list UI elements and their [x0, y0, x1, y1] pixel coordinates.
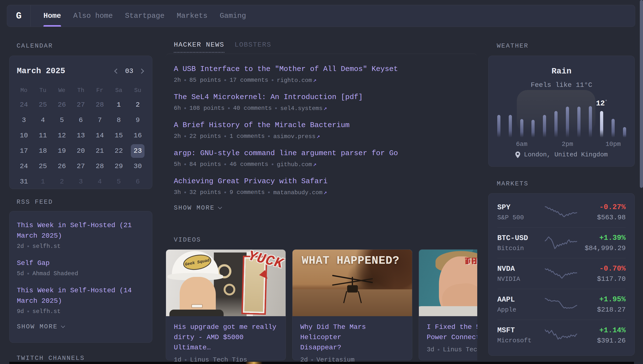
scrollbar-thumb[interactable] — [640, 0, 643, 188]
calendar-day[interactable]: 13 — [74, 129, 88, 142]
nav-tab-also-home[interactable]: Also home — [73, 5, 113, 26]
news-item-domain[interactable]: github.com↗ — [277, 161, 316, 168]
market-row-spy[interactable]: SPYS&P 500-0.27%$563.98 — [497, 197, 626, 228]
news-item-title[interactable]: Achieving Great Privacy with Safari — [174, 176, 472, 186]
calendar-day[interactable]: 22 — [112, 144, 126, 158]
calendar-day[interactable]: 6 — [74, 114, 88, 127]
market-row-btc-usd[interactable]: BTC-USDBitcoin+1.39%$84,999.29 — [497, 228, 626, 258]
calendar-day[interactable]: 16 — [131, 129, 145, 142]
news-item-title[interactable]: A USB Interface to the "Mother of All De… — [174, 64, 472, 74]
calendar-day[interactable]: 15 — [112, 129, 126, 142]
news-item[interactable]: The SeL4 Microkernel: An Introduction [p… — [174, 92, 472, 112]
news-item-meta: 2h22 points1 commentsasimov.press↗ — [174, 133, 472, 140]
calendar-day[interactable]: 6 — [131, 175, 145, 188]
news-item-points: 84 points — [189, 161, 221, 168]
calendar-day[interactable]: 12 — [55, 129, 69, 142]
news-item[interactable]: A Brief History of the Miracle Bacterium… — [174, 120, 472, 140]
calendar-day[interactable]: 27 — [74, 98, 88, 112]
calendar-day[interactable]: 18 — [36, 144, 50, 158]
rss-item-age: 2d — [17, 243, 24, 250]
nav-tab-markets[interactable]: Markets — [177, 5, 208, 26]
video-card[interactable]: WHAT HAPPENED?Why Did The Mars Helicopte… — [292, 249, 412, 360]
app-logo[interactable]: G — [7, 5, 31, 26]
separator-dot-icon — [268, 136, 270, 137]
calendar-day[interactable]: 11 — [36, 129, 50, 142]
calendar-day[interactable]: 25 — [36, 160, 50, 173]
news-tab-hacker-news[interactable]: HACKER NEWS — [174, 41, 224, 53]
video-title[interactable]: I Fixed the 5Power Connect — [427, 322, 477, 342]
market-row-nvda[interactable]: NVDANVIDIA-0.70%$117.70 — [497, 258, 626, 289]
news-item-domain[interactable]: matanabudy.com↗ — [273, 189, 327, 196]
separator-dot-icon — [184, 192, 186, 193]
calendar-day[interactable]: 26 — [55, 160, 69, 173]
calendar-day-selected[interactable]: 23 — [131, 144, 145, 158]
video-card[interactable]: Geek SquadYUCKHis upgrade got me reallyd… — [166, 249, 286, 360]
nav-tab-startpage[interactable]: Startpage — [125, 5, 165, 26]
calendar-day[interactable]: 5 — [55, 114, 69, 127]
calendar-day[interactable]: 27 — [74, 160, 88, 173]
news-item-title[interactable]: argp: GNU-style command line argument pa… — [174, 148, 472, 158]
calendar-day[interactable]: 28 — [93, 98, 107, 112]
video-title[interactable]: His upgrade got me reallydirty - AMD $50… — [174, 322, 278, 353]
news-item-comments: 46 comments — [230, 161, 268, 168]
calendar-day[interactable]: 4 — [36, 114, 50, 127]
calendar-day[interactable]: 20 — [74, 144, 88, 158]
calendar-day[interactable]: 7 — [93, 114, 107, 127]
calendar-day[interactable]: 29 — [112, 160, 126, 173]
calendar-day[interactable]: 10 — [17, 129, 31, 142]
news-item[interactable]: argp: GNU-style command line argument pa… — [174, 148, 472, 168]
news-item-domain[interactable]: asimov.press↗ — [273, 133, 320, 140]
calendar-day[interactable]: 28 — [93, 160, 107, 173]
calendar-day[interactable]: 17 — [17, 144, 31, 158]
rss-item-title[interactable]: This Week in Self-Hosted (14 March 2025) — [17, 285, 145, 306]
rss-item[interactable]: This Week in Self-Hosted (14 March 2025)… — [17, 285, 145, 315]
calendar-controls: 03 — [115, 67, 143, 75]
market-price: $391.26 — [577, 337, 626, 344]
rss-show-more-button[interactable]: SHOW MORE — [17, 323, 65, 330]
nav-tab-gaming[interactable]: Gaming — [220, 5, 246, 26]
calendar-day[interactable]: 8 — [112, 114, 126, 127]
calendar-day[interactable]: 30 — [131, 160, 145, 173]
calendar-day[interactable]: 14 — [93, 129, 107, 142]
calendar-day[interactable]: 1 — [112, 98, 126, 112]
news-item[interactable]: A USB Interface to the "Mother of All De… — [174, 64, 472, 84]
news-tabs: HACKER NEWSLOBSTERS — [174, 41, 271, 53]
news-tab-lobsters[interactable]: LOBSTERS — [235, 41, 271, 53]
calendar-day[interactable]: 9 — [131, 114, 145, 127]
news-item-title[interactable]: A Brief History of the Miracle Bacterium — [174, 120, 472, 130]
news-item-domain[interactable]: sel4.systems↗ — [280, 105, 327, 112]
calendar-day[interactable]: 2 — [55, 175, 69, 188]
calendar-day[interactable]: 31 — [17, 175, 31, 188]
market-symbol-block: AAPLApple — [497, 296, 545, 314]
chevron-right-icon[interactable] — [139, 68, 144, 74]
video-title[interactable]: Why Did The Mars HelicopterDisappear? — [300, 322, 404, 353]
separator-dot-icon — [185, 359, 187, 361]
news-item-domain[interactable]: righto.com↗ — [277, 76, 316, 84]
calendar-day[interactable]: 25 — [36, 98, 50, 112]
calendar-day[interactable]: 21 — [93, 144, 107, 158]
nav-tab-home[interactable]: Home — [44, 5, 61, 26]
calendar-day[interactable]: 3 — [17, 114, 31, 127]
rss-item-title[interactable]: This Week in Self-Hosted (21 March 2025) — [17, 220, 145, 241]
rss-item-title[interactable]: Self Gap — [17, 258, 145, 268]
calendar-day[interactable]: 19 — [55, 144, 69, 158]
calendar-day[interactable]: 26 — [55, 98, 69, 112]
chevron-left-icon[interactable] — [114, 68, 119, 74]
calendar-day[interactable]: 24 — [17, 98, 31, 112]
video-thumbnail: Geek SquadYUCK — [166, 250, 286, 316]
calendar-day[interactable]: 24 — [17, 160, 31, 173]
separator-dot-icon — [228, 107, 230, 109]
news-show-more-button[interactable]: SHOW MORE — [174, 204, 221, 212]
news-item-title[interactable]: The SeL4 Microkernel: An Introduction [p… — [174, 92, 472, 102]
calendar-day[interactable]: 1 — [36, 175, 50, 188]
video-card[interactable]: DOTHTI Fixed the 5Power Connect3dLinus T… — [419, 249, 477, 360]
market-row-msft[interactable]: MSFTMicrosoft+1.14%$391.26 — [497, 320, 626, 350]
rss-item[interactable]: Self Gap5dAhmad Shadeed — [17, 258, 145, 277]
calendar-day[interactable]: 2 — [131, 98, 145, 112]
market-row-aapl[interactable]: AAPLApple+1.95%$218.27 — [497, 289, 626, 320]
news-item[interactable]: Achieving Great Privacy with Safari3h32 … — [174, 176, 472, 196]
calendar-day[interactable]: 5 — [112, 175, 126, 188]
rss-item[interactable]: This Week in Self-Hosted (21 March 2025)… — [17, 220, 145, 250]
calendar-day[interactable]: 3 — [74, 175, 88, 188]
calendar-day[interactable]: 4 — [93, 175, 107, 188]
